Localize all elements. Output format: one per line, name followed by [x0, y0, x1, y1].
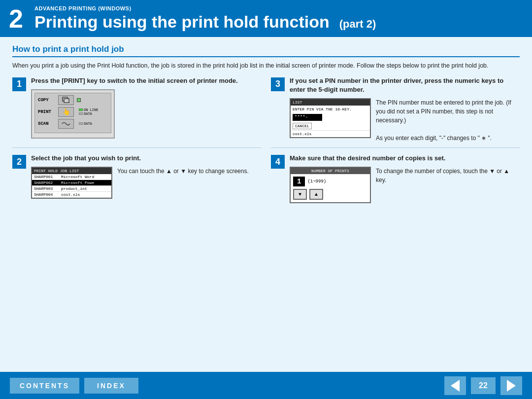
prints-header: NUMBER OF PRINTS — [291, 168, 370, 174]
footer-nav: 22 — [444, 376, 522, 395]
step-2: 2 Select the job that you wish to print.… — [12, 154, 261, 203]
joblist-name-2: Microsoft Powe — [61, 181, 109, 185]
step-2-text: You can touch the ▲ or ▼ key to change s… — [117, 167, 249, 176]
pin-list-header: LIST — [291, 99, 370, 106]
step-1-number: 1 — [12, 77, 26, 91]
online-led — [79, 109, 83, 111]
data-led — [79, 112, 83, 115]
scan-row: SCAN DATA — [38, 119, 108, 129]
steps-grid: 1 Press the [PRINT] key to switch to the… — [12, 76, 520, 204]
scan-data-led — [79, 122, 83, 125]
step-3-screen: LIST ENTER PIN VIA THE 10-KEY. ****- CAN… — [290, 98, 371, 138]
prints-buttons: ▼ ▲ — [293, 189, 323, 200]
step-4-body: NUMBER OF PRINTS 1 (1~999) ▼ ▲ — [290, 167, 520, 203]
step-4: 4 Make sure that the desired number of c… — [271, 154, 520, 203]
next-arrow-icon — [507, 380, 516, 392]
joblist-id-4: SHARP004 — [34, 192, 61, 197]
prints-body: 1 (1~999) ▼ ▲ — [291, 174, 370, 202]
step-4-screen: NUMBER OF PRINTS 1 (1~999) ▼ ▲ — [290, 167, 371, 203]
joblist-header: PRINT HOLD JOB LIST — [32, 168, 111, 174]
print-status: ON LINE DATA — [79, 108, 98, 116]
prev-arrow-icon — [451, 380, 460, 392]
joblist-name-3: product_int — [61, 186, 109, 191]
next-page-button[interactable] — [500, 376, 522, 395]
pin-filename: cost.xls — [291, 130, 370, 137]
chapter-number: 2 — [0, 0, 32, 37]
header-part: (part 2) — [339, 18, 376, 31]
main-content: How to print a print hold job When you p… — [0, 37, 532, 208]
step-3: 3 If you set a PIN number in the printer… — [271, 76, 520, 148]
step-1: 1 Press the [PRINT] key to switch to the… — [12, 76, 261, 148]
header-content: ADVANCED PRINTING (WINDOWS) Printing usi… — [34, 5, 376, 32]
prints-range: (1~999) — [307, 179, 326, 184]
step-2-content: Select the job that you wish to print. P… — [31, 154, 261, 199]
prints-count: 1 — [293, 177, 305, 186]
copy-row: COPY — [38, 95, 108, 105]
joblist-row-3[interactable]: SHARP003 product_int — [32, 186, 111, 192]
step-2-title: Select the job that you wish to print. — [31, 154, 261, 163]
joblist-id-2: SHARP002 — [34, 181, 61, 185]
step-4-content: Make sure that the desired number of cop… — [290, 154, 520, 203]
page-number: 22 — [471, 377, 496, 394]
section-title: How to print a print hold job — [12, 44, 520, 57]
contents-button[interactable]: CONTENTS — [10, 378, 79, 394]
step-3-body: LIST ENTER PIN VIA THE 10-KEY. ****- CAN… — [290, 98, 520, 143]
print-button[interactable]: 👆 — [58, 107, 74, 117]
page-header: 2 ADVANCED PRINTING (WINDOWS) Printing u… — [0, 0, 532, 37]
scan-label: SCAN — [38, 121, 55, 126]
pin-cancel[interactable]: CANCEL — [293, 123, 312, 129]
step-2-number: 2 — [12, 155, 26, 169]
step-2-screen: PRINT HOLD JOB LIST SHARP001 Microsoft W… — [31, 167, 112, 199]
copy-indicator — [77, 98, 81, 102]
step-3-number: 3 — [271, 77, 285, 91]
joblist-row-1[interactable]: SHARP001 Microsoft Word — [32, 174, 111, 180]
joblist-row-2[interactable]: SHARP002 Microsoft Powe — [32, 180, 111, 186]
scan-status: DATA — [79, 122, 92, 126]
print-label: PRINT — [38, 109, 55, 114]
page-footer: CONTENTS INDEX 22 — [0, 372, 532, 399]
prints-count-row: 1 (1~999) — [293, 177, 326, 186]
print-row: PRINT 👆 ON LINE DATA — [38, 107, 108, 117]
header-title-text: Printing using the print hold function — [34, 12, 330, 32]
step-4-title: Make sure that the desired number of cop… — [290, 154, 520, 163]
step-3-text: The PIN number must be entered to print … — [376, 98, 520, 143]
scan-button — [58, 119, 74, 129]
step-1-screen: COPY PRINT 👆 ON LINE — [31, 89, 115, 139]
step-2-body: PRINT HOLD JOB LIST SHARP001 Microsoft W… — [31, 167, 261, 199]
intro-text: When you print a job using the Print Hol… — [12, 61, 520, 71]
joblist-name-1: Microsoft Word — [61, 175, 109, 179]
pin-input-display: ****- — [293, 114, 322, 121]
printer-panel: COPY PRINT 👆 ON LINE — [34, 93, 111, 133]
step-3-content: If you set a PIN number in the printer d… — [290, 76, 520, 143]
index-button[interactable]: INDEX — [84, 378, 138, 394]
joblist-id-3: SHARP003 — [34, 186, 61, 191]
prints-down-btn[interactable]: ▼ — [293, 189, 307, 200]
prints-up-btn[interactable]: ▲ — [309, 189, 323, 200]
copy-button — [58, 95, 74, 105]
step-4-number: 4 — [271, 155, 285, 169]
step-1-title: Press the [PRINT] key to switch to the i… — [31, 76, 261, 85]
svg-rect-1 — [64, 99, 69, 103]
header-subtitle: ADVANCED PRINTING (WINDOWS) — [34, 5, 376, 11]
step-3-title: If you set a PIN number in the printer d… — [290, 76, 520, 94]
copy-label: COPY — [38, 98, 55, 103]
joblist-name-4: cost.xls — [61, 192, 109, 197]
step-4-text: To change the number of copies, touch th… — [376, 167, 520, 184]
step-1-content: Press the [PRINT] key to switch to the i… — [31, 76, 261, 139]
pin-prompt: ENTER PIN VIA THE 10-KEY. — [291, 106, 370, 113]
prev-page-button[interactable] — [444, 376, 466, 395]
joblist-id-1: SHARP001 — [34, 175, 61, 179]
header-title: Printing using the print hold function (… — [34, 12, 376, 32]
joblist-row-4[interactable]: SHARP004 cost.xls — [32, 192, 111, 198]
